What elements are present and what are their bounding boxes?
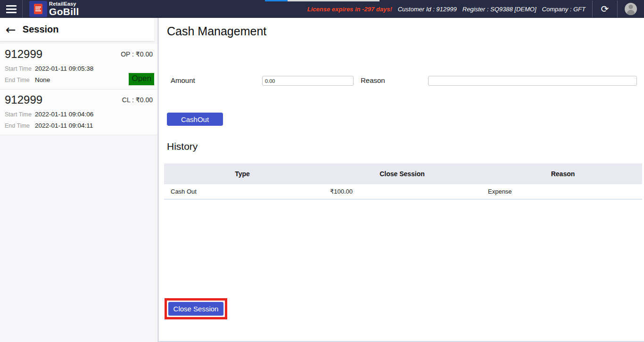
session-opening-amount: OP : ₹0.00 [121, 50, 153, 58]
status-badge: Open [129, 73, 154, 85]
top-bar: RetailEasy GoBill License expires in -29… [0, 0, 644, 18]
progress-fill [265, 0, 288, 1]
session-sidebar: ← Session 912999 OP : ₹0.00 Start Time 2… [0, 18, 159, 342]
sidebar-title: Session [23, 24, 59, 35]
amount-label: Amount [171, 76, 195, 84]
cash-management-panel: Cash Management Amount Reason CashOut Hi… [160, 18, 644, 341]
register-label: Register : SQ9388 [DEMO] [462, 6, 537, 13]
history-table: Type Close Session Reason Cash Out ₹100.… [164, 163, 642, 200]
start-time-label: Start Time [5, 111, 35, 118]
menu-icon[interactable] [0, 0, 22, 18]
session-list-item[interactable]: 912999 OP : ₹0.00 Start Time 2022-01-11 … [0, 44, 157, 90]
amount-input[interactable] [262, 76, 354, 86]
page-title: Cash Management [167, 24, 266, 38]
user-avatar-icon[interactable] [625, 3, 637, 15]
session-list: 912999 OP : ₹0.00 Start Time 2022-01-11 … [0, 44, 157, 135]
customer-id-label: Customer Id : 912999 [398, 6, 457, 13]
session-id: 912999 [5, 93, 42, 106]
avatar-wrap [618, 3, 644, 15]
topbar-status-area: License expires in -297 days! Customer I… [307, 0, 644, 18]
column-header-reason: Reason [484, 170, 642, 178]
start-time-value: 2022-01-11 09:04:06 [35, 111, 93, 118]
session-closing-amount: CL : ₹0.00 [122, 96, 153, 104]
brand-text: RetailEasy GoBill [49, 1, 79, 16]
refresh-icon[interactable]: ⟳ [593, 3, 617, 15]
close-session-button[interactable]: Close Session [168, 301, 224, 316]
company-label: Company : GFT [542, 6, 586, 13]
sidebar-header: ← Session [0, 18, 154, 41]
cell-type: Cash Out [164, 188, 321, 195]
start-time-value: 2022-01-11 09:05:38 [35, 65, 93, 72]
end-time-value: 2022-01-11 09:04:11 [35, 122, 93, 129]
end-time-label: End Time [5, 122, 35, 129]
reason-input[interactable] [428, 76, 637, 86]
column-header-type: Type [164, 170, 321, 178]
start-time-label: Start Time [5, 65, 35, 72]
table-row: Cash Out ₹100.00 Expense [164, 184, 642, 200]
column-header-close-session: Close Session [321, 170, 484, 178]
app-logo: RetailEasy GoBill [29, 0, 79, 18]
brand-name-bottom: GoBill [49, 7, 79, 16]
cell-reason: Expense [484, 188, 642, 195]
topbar-divider [22, 0, 23, 18]
license-warning: License expires in -297 days! [307, 6, 392, 13]
app-window: RetailEasy GoBill License expires in -29… [0, 0, 644, 342]
table-header-row: Type Close Session Reason [164, 163, 642, 184]
close-session-highlight: Close Session [165, 298, 227, 319]
session-id: 912999 [5, 48, 42, 61]
end-time-value: None [35, 76, 50, 83]
reason-label: Reason [361, 76, 385, 84]
end-time-label: End Time [5, 77, 35, 83]
cashout-button[interactable]: CashOut [167, 113, 223, 126]
session-list-item[interactable]: 912999 CL : ₹0.00 Start Time 2022-01-11 … [0, 90, 157, 135]
history-title: History [167, 141, 198, 152]
receipt-logo-icon [29, 1, 47, 17]
cell-amount: ₹100.00 [321, 188, 484, 195]
back-arrow-icon[interactable]: ← [6, 24, 16, 36]
